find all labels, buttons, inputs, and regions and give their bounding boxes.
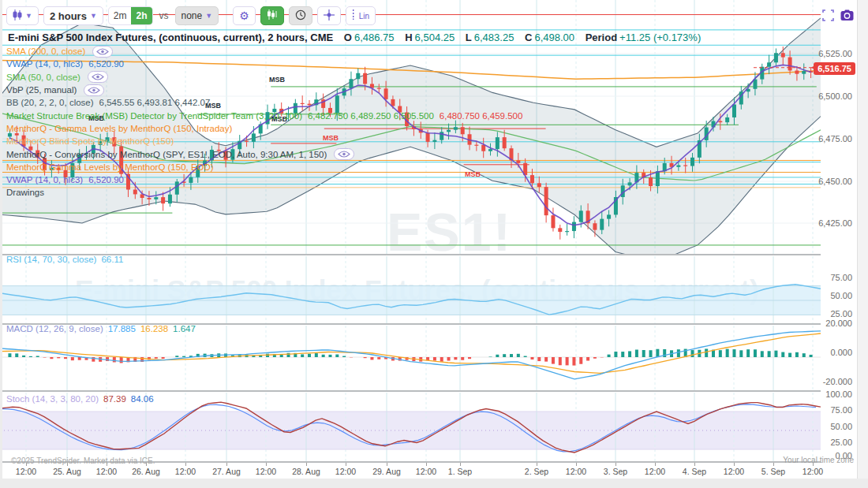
indicator-text: 17.885 xyxy=(108,324,136,333)
crosshair-icon xyxy=(324,9,335,23)
axis-price-label: 0.000 xyxy=(830,348,852,357)
macd-label[interactable]: MACD (12, 26, 9, close)17.88516.2381.647 xyxy=(6,324,200,333)
time-axis[interactable]: 12:0025. Aug12:0026. Aug12:0027. Aug12:0… xyxy=(0,463,857,479)
close-label: C xyxy=(525,32,532,43)
time-label: 27. Aug xyxy=(212,467,241,476)
axis-price-label: 6,500.00 xyxy=(818,91,852,101)
time-label: 28. Aug xyxy=(292,467,320,476)
series-style-dropdown[interactable]: ▼ xyxy=(6,6,39,25)
time-tick xyxy=(694,463,695,466)
rsi-panel-chart[interactable] xyxy=(0,256,821,323)
time-tick xyxy=(306,463,307,466)
time-label: 12:00 xyxy=(96,467,117,476)
legend-item[interactable]: MenthorQ - Gamma Levels by MenthorQ (150… xyxy=(6,122,528,135)
legend-item[interactable]: VWAP (14, 0, hlc3)6,520.90 xyxy=(6,58,528,70)
legend-item-label: BB (20, 2, 2, 0, close) xyxy=(6,98,94,107)
candlestick-chart-icon xyxy=(267,9,278,22)
time-label: 1. Sep xyxy=(448,467,472,476)
legend-item-label: MenthorQ - Conversions by MenthorQ (SPY,… xyxy=(6,150,327,159)
visibility-eye-button[interactable] xyxy=(88,71,108,83)
low-label: L xyxy=(466,32,472,43)
axis-price-label: 75.00 xyxy=(830,405,852,415)
axis-price-label: 6,525.00 xyxy=(818,49,852,58)
time-label: 12:00 xyxy=(16,467,36,476)
timeframe-dropdown[interactable]: 2 hours ▼ xyxy=(43,6,103,25)
time-label: 12:00 xyxy=(724,467,744,476)
legend-item[interactable]: MenthorQ Gamma Levels by MenthorQ (150, … xyxy=(6,161,528,173)
quick-timeframe-2m[interactable]: 2m xyxy=(109,6,132,25)
right-gutter xyxy=(857,0,868,488)
price-axis[interactable]: 6,516.75 6,525.006,500.006,475.006,450.0… xyxy=(821,0,857,479)
timeframe-value: 2 hours xyxy=(50,10,87,22)
legend-item[interactable]: SMA (200, 0, close) xyxy=(6,45,528,58)
axis-price-label: 6,475.00 xyxy=(818,134,852,143)
time-tick xyxy=(576,463,577,466)
current-price-badge: 6,516.75 xyxy=(814,62,855,75)
close-value: 6,498.00 xyxy=(534,32,574,43)
legend-item[interactable]: SMA (50, 0, close) xyxy=(6,71,528,84)
fullscreen-icon[interactable] xyxy=(822,9,834,24)
settings-button[interactable]: ⚙ xyxy=(233,6,256,25)
legend-item[interactable]: MenthorQ Blind Spots by MenthorQ (150) xyxy=(6,135,528,147)
quick-timeframe-2h[interactable]: 2h xyxy=(131,6,152,25)
legend-item[interactable]: Drawings xyxy=(6,186,528,199)
time-label: 12:00 xyxy=(645,467,665,476)
time-label: 12:00 xyxy=(335,467,356,476)
time-tick xyxy=(266,463,267,466)
panel-separator[interactable] xyxy=(0,390,857,392)
stoch-label[interactable]: Stoch (14, 3, 3, 80, 20)87.3984.06 xyxy=(6,394,159,404)
open-label: O xyxy=(344,32,352,43)
candlestick-style-icon xyxy=(13,9,22,23)
legend-item-label: Drawings xyxy=(6,188,44,197)
axis-price-label: 25.00 xyxy=(830,309,852,319)
time-tick xyxy=(346,463,346,466)
legend-item-values: 6,520.90 xyxy=(88,175,124,184)
axis-price-label: 25.00 xyxy=(830,438,852,447)
linear-scale-button[interactable]: Lin xyxy=(346,6,376,25)
indicator-text: 16.238 xyxy=(140,324,168,333)
visibility-eye-button[interactable] xyxy=(84,84,104,96)
time-label: 5. Sep xyxy=(761,467,785,476)
legend-item-label: VWAP (14, 0, hlc3) xyxy=(6,175,83,184)
timezone-note[interactable]: Your local time zone xyxy=(783,456,854,464)
legend-item-values: 6,480.750 6,459.500 xyxy=(440,111,523,121)
rsi-label[interactable]: RSI (14, 70, 30, close)66.11 xyxy=(6,255,128,264)
crosshair-tool-button[interactable] xyxy=(317,6,341,25)
time-label: 25. Aug xyxy=(53,467,81,476)
chevron-down-icon: ▼ xyxy=(90,12,97,20)
legend-item-label: SMA (200, 0, close) xyxy=(6,47,85,56)
axis-price-label: 50.00 xyxy=(830,422,852,431)
quick-timeframe-group: 2m 2h xyxy=(108,6,153,25)
indicator-legend: SMA (200, 0, close)VWAP (14, 0, hlc3)6,5… xyxy=(6,45,528,199)
legend-item[interactable]: BB (20, 2, 2, 0, close)6,545.55 6,493.81… xyxy=(6,96,528,109)
high-value: 6,504.25 xyxy=(415,32,455,43)
time-tick xyxy=(655,463,656,466)
time-label: 12:00 xyxy=(175,467,196,476)
instrument-title: E-mini S&P 500 Index Futures, (continuou… xyxy=(8,32,333,43)
legend-item[interactable]: MenthorQ - Conversions by MenthorQ (SPY,… xyxy=(6,147,528,160)
vs-label: vs xyxy=(158,10,170,21)
lin-label: Lin xyxy=(359,12,369,20)
indicator-text: 66.11 xyxy=(101,255,123,264)
visibility-eye-button[interactable] xyxy=(334,148,354,160)
legend-item[interactable]: Market Structure Break (MSB) Detector by… xyxy=(6,109,528,121)
macd-panel-chart[interactable] xyxy=(0,326,821,390)
camera-icon[interactable] xyxy=(840,9,854,24)
time-label: 29. Aug xyxy=(372,467,401,476)
period-change-value: +11.25 (+0.173%) xyxy=(619,32,701,43)
bottom-strip xyxy=(0,479,868,488)
time-label: 26. Aug xyxy=(132,467,160,476)
visibility-eye-button[interactable] xyxy=(92,46,113,58)
legend-item[interactable]: VbP (25, manual) xyxy=(6,84,528,96)
compare-dropdown[interactable]: none ▼ xyxy=(175,6,219,25)
indicator-text: Stoch (14, 3, 3, 80, 20) xyxy=(6,394,99,404)
panel-separator[interactable] xyxy=(0,254,857,255)
chevron-down-icon: ▼ xyxy=(205,12,212,20)
chart-toolbar: ▼ 2 hours ▼ 2m 2h vs none ▼ ⚙ xyxy=(6,5,376,27)
sessions-button[interactable] xyxy=(289,6,312,25)
legend-item-label: VWAP (14, 0, hlc3) xyxy=(6,59,83,69)
axis-price-label: -20.000 xyxy=(823,377,852,386)
chart-type-button[interactable] xyxy=(260,6,284,25)
legend-item[interactable]: VWAP (14, 0, hlc3)6,520.90 xyxy=(6,173,528,186)
left-strip xyxy=(0,0,2,479)
